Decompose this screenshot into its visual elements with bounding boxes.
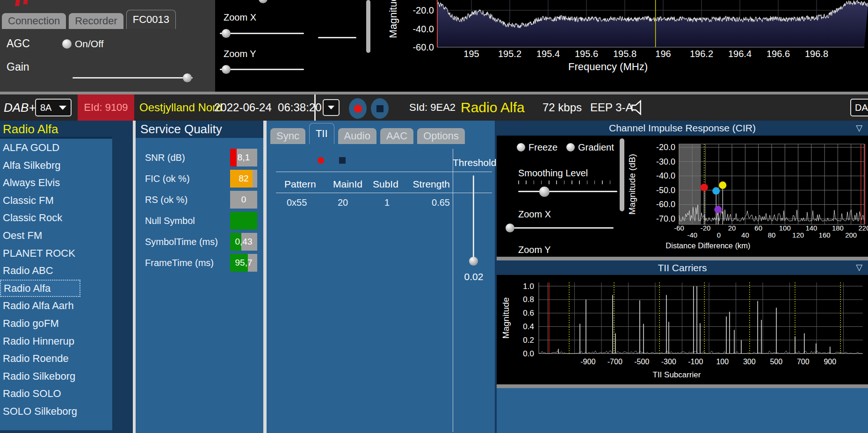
svg-text:195: 195 [463,49,479,59]
tab-aac[interactable]: AAC [380,128,413,144]
smoothing-slider[interactable] [518,191,617,192]
threshold-slider[interactable] [473,175,474,261]
svg-text:196: 196 [655,49,671,59]
stop-icon [376,105,383,112]
quality-bar: 82 [230,170,257,188]
extra-slider[interactable] [318,37,356,38]
tab-tii[interactable]: TII [309,123,334,144]
quality-value: 95,7 [230,254,257,272]
ensemble-name: Oestjylland Nord [139,94,222,121]
svg-text:1.0: 1.0 [523,282,534,291]
speaker-icon[interactable] [630,99,646,118]
svg-text:-900: -900 [580,358,595,366]
cir-zoom-x-knob[interactable] [506,224,514,232]
svg-text:-700: -700 [608,358,622,366]
top-slider-knob[interactable] [259,0,268,3]
threshold-value: 0.02 [453,271,495,282]
service-name: Radio Alfa [461,94,525,121]
quality-bar: 95,7 [230,254,257,272]
cir-zoom-x-label: Zoom X [518,209,551,220]
list-item[interactable]: Radio Roende [0,350,112,368]
smoothing-slider-knob[interactable] [539,187,550,197]
collapse-icon[interactable]: ▽ [856,121,862,136]
svg-text:195.4: 195.4 [536,49,560,59]
svg-text:-40.0: -40.0 [656,171,675,180]
svg-text:0.0: 0.0 [523,349,534,358]
list-item[interactable]: Classic FM [0,192,112,209]
list-item[interactable]: Always Elvis [0,174,112,192]
sidebar-gap [112,121,133,433]
vertical-divider [453,149,453,432]
tab-connection[interactable]: Connection [2,13,66,29]
list-item[interactable]: PLANET ROCK [0,245,112,262]
svg-text:-40: -40 [687,231,697,239]
tuner-panel: ConnectionRecorderFC0013 AGC On/Off Gain [0,0,215,92]
svg-text:196.8: 196.8 [805,49,828,59]
collapse-icon[interactable]: ▽ [856,260,862,275]
list-item[interactable]: Radio SOLO [0,385,112,403]
list-item[interactable]: Radio ABC [0,262,112,280]
tab-fc0013[interactable]: FC0013 [126,10,176,29]
tii-carriers-chart: 0.00.20.40.60.81.0-900-700-500-300-10010… [497,275,868,384]
list-item[interactable]: ALFA GOLD [0,139,112,157]
tab-recorder[interactable]: Recorder [69,13,123,29]
svg-text:0.4: 0.4 [523,322,534,331]
spectrum-zoom-x-slider[interactable] [220,33,304,34]
output-mode-select[interactable]: DAB [850,99,868,116]
list-item[interactable]: Oest FM [0,227,112,245]
svg-text:160: 160 [819,231,831,239]
list-item[interactable]: Radio Hinnerup [0,332,112,350]
service-quality-panel: Service Quality SNR (dB)8,1FIC (ok %)82R… [136,121,263,433]
splitter[interactable] [263,121,267,433]
spectrum-zoom-x-knob[interactable] [222,29,231,38]
tii-carriers-header: TII Carriers ▽ [497,260,868,275]
cir-scrollbar[interactable] [620,138,624,211]
smoothing-label: Smoothing Level [518,168,588,179]
record-button[interactable] [349,98,367,119]
gradient-radio[interactable] [566,143,575,152]
channel-select[interactable]: 8A [35,99,72,116]
svg-text:-60: -60 [674,224,684,232]
threshold-slider-knob[interactable] [469,257,478,266]
cir-zoom-x-slider[interactable] [508,227,614,229]
rf-spectrum-chart: -20.0-40.0-60.0195195.2195.4195.6195.819… [376,0,868,92]
quality-row: RS (ok %)0 [136,191,263,209]
list-item[interactable]: SOLO Silkeborg [0,403,112,420]
quality-label: FrameTime (ms) [145,258,221,268]
svg-text:Magnitude: Magnitude [387,0,399,38]
svg-text:300: 300 [743,358,756,366]
tab-audio[interactable]: Audio [338,128,376,144]
svg-text:20: 20 [728,224,736,232]
svg-text:0: 0 [717,231,721,239]
list-item[interactable]: Alfa Silkebrg [0,157,112,174]
spectrum-strip: Zoom X Zoom Y -20.0-40.0-60.0195195.2195… [215,0,868,92]
tii-status-dot-icon [318,157,324,164]
freeze-radio[interactable] [517,143,525,152]
svg-text:196.4: 196.4 [728,49,752,59]
expand-dropdown-button[interactable] [323,99,340,116]
channel-value: 8A [40,102,51,113]
agc-radio-label: On/Off [75,38,103,50]
main-area: Radio Alfa ALFA GOLDAlfa SilkebrgAlways … [0,121,868,433]
list-item[interactable]: Classic Rock [0,209,112,227]
gain-slider[interactable] [72,77,193,79]
service-list: ALFA GOLDAlfa SilkebrgAlways ElvisClassi… [0,139,112,430]
tab-options[interactable]: Options [417,128,465,144]
cir-header: Channel Impulse Response (CIR) ▽ [497,121,868,136]
list-item[interactable]: Radio Alfa Aarh [0,297,112,315]
vertical-scrollbar[interactable] [366,0,370,53]
spectrum-zoom-y-knob[interactable] [222,65,231,74]
output-mode-value: DAB [855,102,868,113]
list-item[interactable]: Radio Silkeborg [0,368,112,385]
list-item[interactable]: Radio goFM [0,315,112,332]
agc-radio[interactable] [62,39,72,49]
tab-sync[interactable]: Sync [270,128,305,144]
stop-button[interactable] [371,98,389,119]
list-item[interactable]: Radio Alfa [0,280,80,297]
protection-label: EEP 3-A [590,94,633,121]
svg-text:-20.0: -20.0 [656,143,675,152]
spectrum-zoom-y-slider[interactable] [220,69,304,70]
svg-text:200: 200 [845,231,857,239]
gain-slider-knob[interactable] [183,73,192,82]
divider-line [276,172,492,172]
